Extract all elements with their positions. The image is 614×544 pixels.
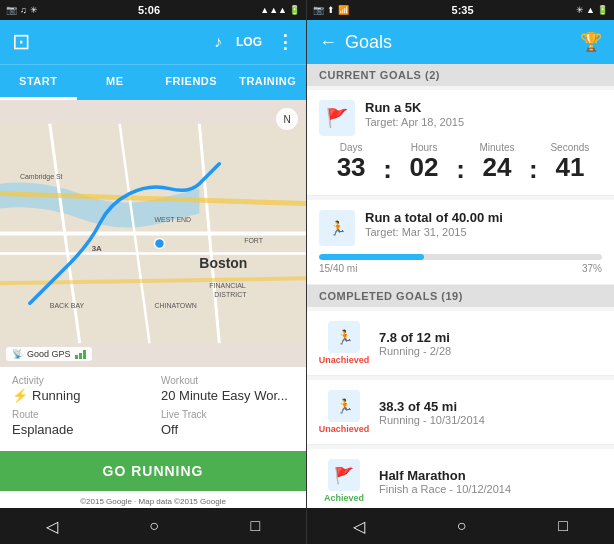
right-header-left: ← Goals — [319, 32, 392, 53]
completed-goal-3-info: Half Marathon Finish a Race - 10/12/2014 — [379, 468, 602, 495]
goal-5k-target: Target: Apr 18, 2015 — [365, 116, 602, 128]
back-nav-button[interactable]: ◁ — [46, 517, 58, 536]
completed-goal-3-left: 🚩 Achieved — [319, 459, 369, 503]
completed-goal-2[interactable]: 🏃 Unachieved 38.3 of 45 mi Running - 10/… — [307, 380, 614, 445]
activity-block: Activity ⚡ Running — [12, 375, 145, 403]
completed-goal-3[interactable]: 🚩 Achieved Half Marathon Finish a Race -… — [307, 449, 614, 508]
completed-goal-1-left: 🏃 Unachieved — [319, 321, 369, 365]
sep1: : — [383, 142, 392, 185]
completed-goal-3-status: Achieved — [324, 493, 364, 503]
countdown-seconds: Seconds 41 — [538, 142, 602, 185]
progress-bar-fill — [319, 254, 424, 260]
completed-goal-1-info: 7.8 of 12 mi Running - 2/28 — [379, 330, 602, 357]
right-right-icons: ✳ ▲ 🔋 — [576, 5, 608, 15]
nav-friends[interactable]: FRIENDS — [153, 65, 230, 100]
left-nav: START ME FRIENDS TRAINING — [0, 64, 306, 100]
right-status-bar: 📷 ⬆ 📶 5:35 ✳ ▲ 🔋 — [307, 0, 614, 20]
battery-icon: 🔋 — [289, 5, 300, 15]
info-row-1: Activity ⚡ Running Workout 20 Minute Eas… — [12, 375, 294, 403]
route-value: Esplanade — [12, 422, 145, 437]
go-running-button[interactable]: GO RUNNING — [0, 451, 306, 491]
live-track-value: Off — [161, 422, 294, 437]
goals-content[interactable]: CURRENT GOALS (2) 🚩 Run a 5K Target: Apr… — [307, 64, 614, 508]
app-logo: ⊡ — [12, 29, 30, 55]
goal-40mi-title: Run a total of 40.00 mi — [365, 210, 602, 225]
nav-me[interactable]: ME — [77, 65, 154, 100]
maps-attribution: ©2015 Google · Map data ©2015 Google — [0, 495, 306, 508]
goal-40mi-top: 🏃 Run a total of 40.00 mi Target: Mar 31… — [319, 210, 602, 246]
home-nav-button[interactable]: ○ — [149, 517, 159, 535]
activity-icon: ⚡ — [12, 388, 28, 403]
completed-goal-2-icon: 🏃 — [328, 390, 360, 422]
left-header: ⊡ ♪ LOG ⋮ — [0, 20, 306, 64]
svg-text:Cambridge St: Cambridge St — [20, 173, 63, 181]
page-title: Goals — [345, 32, 392, 53]
info-row-2: Route Esplanade Live Track Off — [12, 409, 294, 437]
map-compass[interactable]: N — [276, 108, 298, 130]
progress-pct: 37% — [582, 263, 602, 274]
goal-5k-title: Run a 5K — [365, 100, 602, 115]
notification-icon: 📷 — [6, 5, 17, 15]
live-track-block: Live Track Off — [161, 409, 294, 437]
completed-goal-3-sub: Finish a Race - 10/12/2014 — [379, 483, 602, 495]
music-note-icon[interactable]: ♪ — [214, 33, 222, 51]
completed-goal-2-title: 38.3 of 45 mi — [379, 399, 602, 414]
svg-text:BACK BAY: BACK BAY — [50, 302, 85, 309]
notification-icon-r: 📷 — [313, 5, 324, 15]
right-back-nav-button[interactable]: ◁ — [353, 517, 365, 536]
bluetooth-r: ✳ — [576, 5, 584, 15]
right-recents-nav-button[interactable]: □ — [558, 517, 568, 535]
gps-label: Good GPS — [27, 349, 71, 359]
goal-40mi-card[interactable]: 🏃 Run a total of 40.00 mi Target: Mar 31… — [307, 200, 614, 285]
completed-goal-2-status: Unachieved — [319, 424, 370, 434]
completed-goal-1[interactable]: 🏃 Unachieved 7.8 of 12 mi Running - 2/28 — [307, 311, 614, 376]
left-status-bar: 📷 ♫ ✳ 5:06 ▲▲▲ 🔋 — [0, 0, 306, 20]
svg-text:Boston: Boston — [199, 255, 247, 271]
more-icon[interactable]: ⋮ — [276, 31, 294, 53]
right-bottom-nav: ◁ ○ □ — [307, 508, 614, 544]
svg-text:DISTRICT: DISTRICT — [214, 291, 247, 298]
svg-text:FORT: FORT — [244, 237, 264, 244]
goal-5k-icon: 🚩 — [319, 100, 355, 136]
goal-5k-info: Run a 5K Target: Apr 18, 2015 — [365, 100, 602, 128]
completed-goal-3-title: Half Marathon — [379, 468, 602, 483]
signal-icon-r: 📶 — [338, 5, 349, 15]
svg-text:WEST END: WEST END — [154, 216, 191, 223]
countdown-row: Days 33 : Hours 02 : Minutes 24 : Second… — [319, 142, 602, 185]
gps-signal-bars — [75, 350, 86, 359]
goal-40mi-info: Run a total of 40.00 mi Target: Mar 31, … — [365, 210, 602, 238]
right-home-nav-button[interactable]: ○ — [457, 517, 467, 535]
svg-text:3A: 3A — [92, 244, 102, 253]
right-header: ← Goals 🏆 — [307, 20, 614, 64]
upload-icon-r: ⬆ — [327, 5, 335, 15]
nav-start[interactable]: START — [0, 65, 77, 100]
map-area[interactable]: Boston Cambridge St WEST END FINANCIAL D… — [0, 100, 306, 367]
route-block: Route Esplanade — [12, 409, 145, 437]
sep2: : — [456, 142, 465, 185]
bottom-info: Activity ⚡ Running Workout 20 Minute Eas… — [0, 367, 306, 447]
completed-goal-2-sub: Running - 10/31/2014 — [379, 414, 602, 426]
progress-current: 15/40 mi — [319, 263, 357, 274]
route-label: Route — [12, 409, 145, 420]
trophy-icon[interactable]: 🏆 — [580, 31, 602, 53]
countdown-hours: Hours 02 — [392, 142, 456, 185]
back-icon[interactable]: ← — [319, 32, 337, 53]
completed-goal-3-icon: 🚩 — [328, 459, 360, 491]
svg-text:FINANCIAL: FINANCIAL — [209, 282, 246, 289]
nav-training[interactable]: TRAINING — [230, 65, 307, 100]
completed-goal-1-icon: 🏃 — [328, 321, 360, 353]
current-goals-header: CURRENT GOALS (2) — [307, 64, 614, 86]
goal-5k-card[interactable]: 🚩 Run a 5K Target: Apr 18, 2015 Days 33 … — [307, 90, 614, 196]
recents-nav-button[interactable]: □ — [251, 517, 261, 535]
left-time: 5:06 — [138, 4, 160, 16]
left-panel: 📷 ♫ ✳ 5:06 ▲▲▲ 🔋 ⊡ ♪ LOG ⋮ START ME FRIE… — [0, 0, 307, 544]
log-button[interactable]: LOG — [236, 35, 262, 49]
signal-icon: ▲▲▲ — [260, 5, 287, 15]
right-left-icons: 📷 ⬆ 📶 — [313, 5, 349, 15]
completed-goal-1-title: 7.8 of 12 mi — [379, 330, 602, 345]
svg-point-16 — [154, 238, 164, 248]
countdown-days: Days 33 — [319, 142, 383, 185]
right-time: 5:35 — [452, 4, 474, 16]
bluetooth-icon: ✳ — [30, 5, 38, 15]
activity-label: Activity — [12, 375, 145, 386]
